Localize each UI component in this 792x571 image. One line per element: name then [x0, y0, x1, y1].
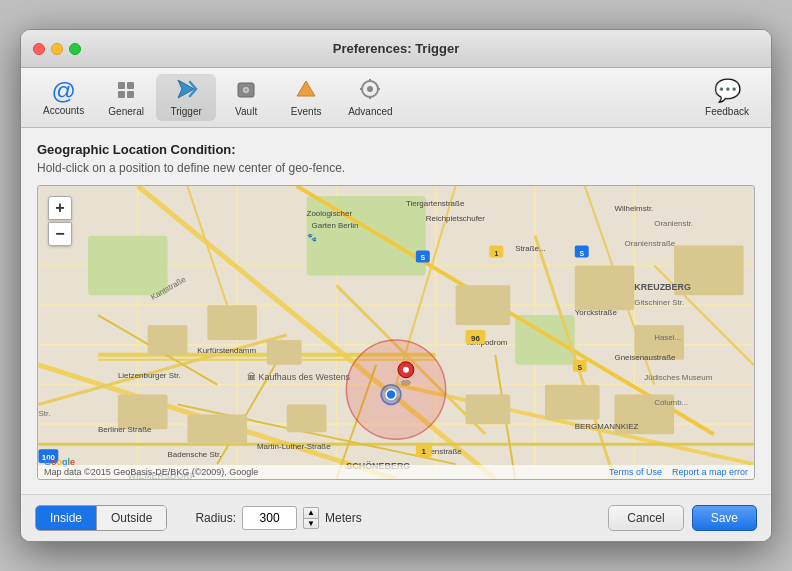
feedback-icon: 💬: [714, 78, 741, 104]
feedback-label: Feedback: [705, 106, 749, 117]
svg-text:Berliner Straße: Berliner Straße: [98, 425, 152, 434]
svg-text:Oranienstraße: Oranienstraße: [624, 239, 675, 248]
radius-label: Radius:: [195, 511, 236, 525]
svg-text:Jüdisches Museum: Jüdisches Museum: [644, 373, 712, 382]
svg-text:S: S: [579, 250, 584, 257]
svg-rect-58: [466, 395, 511, 425]
svg-text:Badensche Str.: Badensche Str.: [168, 450, 222, 459]
events-icon: [295, 78, 317, 104]
maximize-button[interactable]: [69, 43, 81, 55]
terms-of-use-link[interactable]: Terms of Use: [609, 467, 662, 477]
svg-text:S: S: [420, 254, 425, 261]
bottom-bar: Inside Outside Radius: ▲ ▼ Meters Cancel…: [21, 494, 771, 541]
svg-text:S: S: [577, 364, 582, 371]
radius-increment-button[interactable]: ▲: [303, 507, 319, 518]
outside-button[interactable]: Outside: [97, 506, 166, 530]
toolbar-item-general[interactable]: General: [96, 75, 156, 121]
svg-text:96: 96: [471, 334, 480, 343]
svg-text:Columb...: Columb...: [654, 398, 688, 407]
svg-text:Martin-Luther-Straße: Martin-Luther-Straße: [257, 442, 331, 451]
svg-text:1: 1: [422, 447, 427, 456]
inside-outside-toggle: Inside Outside: [35, 505, 167, 531]
radius-stepper: ▲ ▼: [303, 507, 319, 529]
svg-rect-0: [118, 82, 125, 89]
meters-label: Meters: [325, 511, 362, 525]
svg-text:🐾: 🐾: [307, 232, 317, 242]
trigger-label: Trigger: [170, 106, 201, 117]
preferences-window: Preferences: Trigger @ Accounts General …: [20, 29, 772, 542]
radius-decrement-button[interactable]: ▼: [303, 518, 319, 529]
toolbar-item-vault[interactable]: Vault: [216, 74, 276, 121]
map-credit-bar: Map data ©2015 GeoBasis-DE/BKG (©2009), …: [38, 465, 754, 479]
svg-marker-10: [297, 81, 315, 96]
svg-rect-2: [118, 91, 125, 98]
traffic-lights: [33, 43, 81, 55]
svg-rect-53: [267, 340, 302, 365]
map-zoom-controls: + −: [48, 196, 72, 246]
zoom-in-button[interactable]: +: [48, 196, 72, 220]
svg-text:Straße...: Straße...: [515, 244, 545, 253]
save-button[interactable]: Save: [692, 505, 757, 531]
report-map-error-link[interactable]: Report a map error: [672, 467, 748, 477]
vault-icon: [235, 78, 257, 104]
general-icon: [115, 79, 137, 104]
svg-text:Gitschiner Str.: Gitschiner Str.: [634, 298, 684, 307]
svg-text:KREUZBERG: KREUZBERG: [634, 282, 691, 292]
svg-rect-3: [127, 91, 134, 98]
svg-text:BERGMANNKIEZ: BERGMANNKIEZ: [575, 422, 639, 431]
svg-rect-59: [545, 385, 600, 420]
svg-point-110: [403, 367, 409, 373]
svg-rect-30: [88, 236, 167, 296]
svg-point-9: [245, 89, 248, 92]
trigger-icon: [174, 78, 198, 104]
svg-rect-51: [148, 325, 188, 355]
vault-label: Vault: [235, 106, 257, 117]
svg-text:Str.: Str.: [38, 409, 50, 418]
toolbar-item-advanced[interactable]: Advanced: [336, 74, 404, 121]
geo-condition-title: Geographic Location Condition:: [37, 142, 755, 157]
close-button[interactable]: [33, 43, 45, 55]
advanced-label: Advanced: [348, 106, 392, 117]
svg-point-113: [386, 390, 396, 400]
map-container[interactable]: Kantstraße Kurfürstendamm Lietzenburger …: [37, 185, 755, 480]
toolbar-item-accounts[interactable]: @ Accounts: [31, 75, 96, 120]
svg-rect-55: [575, 265, 635, 310]
minimize-button[interactable]: [51, 43, 63, 55]
general-label: General: [108, 106, 144, 117]
toolbar-item-events[interactable]: Events: [276, 74, 336, 121]
svg-text:Oranienstr.: Oranienstr.: [654, 219, 693, 228]
advanced-icon: [359, 78, 381, 104]
svg-text:Tiergartenstraße: Tiergartenstraße: [406, 199, 465, 208]
svg-text:Lietzenburger Str.: Lietzenburger Str.: [118, 371, 181, 380]
window-title: Preferences: Trigger: [333, 41, 459, 56]
svg-rect-62: [187, 414, 247, 444]
svg-rect-61: [118, 395, 168, 430]
titlebar: Preferences: Trigger: [21, 30, 771, 68]
radius-group: Radius: ▲ ▼ Meters: [195, 506, 361, 530]
svg-text:Garten Berlin: Garten Berlin: [312, 221, 359, 230]
accounts-icon: @: [51, 79, 75, 103]
svg-text:🏛 Kaufhaus des Westens: 🏛 Kaufhaus des Westens: [247, 372, 351, 382]
toolbar: @ Accounts General Trigger: [21, 68, 771, 128]
map-data-credit: Map data ©2015 GeoBasis-DE/BKG (©2009), …: [44, 467, 258, 477]
svg-rect-52: [207, 305, 257, 340]
toolbar-item-feedback[interactable]: 💬 Feedback: [693, 74, 761, 121]
accounts-label: Accounts: [43, 105, 84, 116]
svg-rect-54: [456, 285, 511, 325]
zoom-out-button[interactable]: −: [48, 222, 72, 246]
main-content: Geographic Location Condition: Hold-clic…: [21, 128, 771, 494]
geo-condition-subtitle: Hold-click on a position to define new c…: [37, 161, 755, 175]
radius-input[interactable]: [242, 506, 297, 530]
svg-text:Gneisenaustraße: Gneisenaustraße: [615, 353, 676, 362]
svg-text:Hasel...: Hasel...: [654, 333, 681, 342]
svg-point-111: [401, 380, 411, 386]
svg-text:Reichpietschufer: Reichpietschufer: [426, 214, 485, 223]
svg-rect-1: [127, 82, 134, 89]
svg-text:Zoologischer: Zoologischer: [307, 209, 353, 218]
svg-point-12: [367, 86, 373, 92]
cancel-button[interactable]: Cancel: [608, 505, 683, 531]
events-label: Events: [291, 106, 322, 117]
svg-text:Wilhelmstr.: Wilhelmstr.: [615, 204, 654, 213]
inside-button[interactable]: Inside: [36, 506, 97, 530]
toolbar-item-trigger[interactable]: Trigger: [156, 74, 216, 121]
